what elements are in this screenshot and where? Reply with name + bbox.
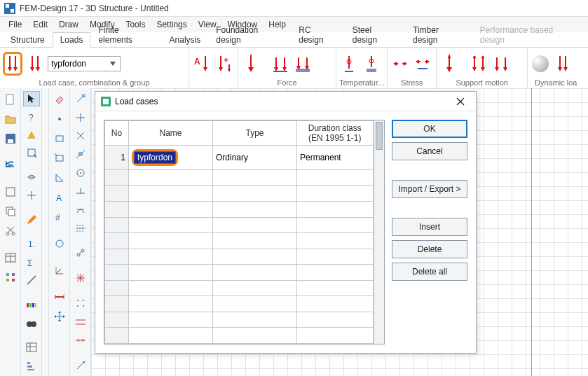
loadcase-dropdown[interactable]: typfordon	[48, 56, 121, 71]
tool-b-icon[interactable]	[23, 273, 40, 288]
col-type[interactable]: Type	[213, 121, 297, 146]
table-row[interactable]: 1 typfordon Ordinary Permanent	[105, 146, 374, 170]
grid-dots-icon[interactable]	[72, 295, 89, 311]
tab-loads[interactable]: Loads	[53, 32, 91, 48]
dim-1-icon[interactable]: 1.	[23, 237, 40, 252]
col-name[interactable]: Name	[129, 121, 213, 146]
cell-name[interactable]: typfordon	[129, 146, 213, 170]
surface-force-button[interactable]	[293, 52, 313, 76]
triangle-icon[interactable]	[23, 127, 40, 142]
tab-steel-design[interactable]: Steel design	[345, 22, 405, 48]
table2-icon[interactable]	[23, 340, 40, 356]
save-icon[interactable]	[2, 130, 19, 147]
snap2-icon[interactable]	[72, 109, 89, 125]
sigma-icon[interactable]: Σ	[23, 255, 40, 270]
point-force-button[interactable]	[241, 52, 261, 76]
snap6-icon[interactable]	[72, 183, 89, 199]
tab-rc-design[interactable]: RC design	[291, 22, 345, 48]
grid-lines-icon[interactable]	[72, 314, 89, 329]
line-motion-button[interactable]	[469, 52, 488, 76]
binoculars-icon[interactable]	[23, 315, 40, 330]
menu-draw[interactable]: Draw	[53, 18, 84, 31]
draw-rect2-icon[interactable]	[51, 150, 68, 167]
snap9-icon[interactable]	[72, 245, 89, 260]
draw-text-icon[interactable]: A	[51, 189, 68, 206]
snap-line-icon[interactable]	[23, 188, 40, 203]
help-icon[interactable]: ?	[23, 109, 40, 125]
mass-button[interactable]	[531, 52, 550, 76]
snap1-icon[interactable]	[72, 91, 89, 106]
snap4-icon[interactable]	[72, 146, 89, 162]
moving-load-a-button[interactable]: A	[192, 52, 212, 76]
cell-type[interactable]: Ordinary	[213, 146, 297, 170]
insert-button[interactable]: Insert	[392, 218, 467, 236]
delete-all-button[interactable]: Delete all	[392, 263, 467, 281]
draw-point-icon[interactable]	[51, 111, 68, 127]
open-icon[interactable]	[2, 111, 19, 127]
pointer-icon[interactable]	[23, 91, 40, 106]
grid-icon[interactable]	[2, 269, 19, 286]
dynamic-load-button[interactable]	[553, 52, 573, 76]
snap-arrow-icon[interactable]	[72, 358, 89, 373]
grid-lines2-icon[interactable]	[72, 333, 89, 348]
cancel-button[interactable]: Cancel	[392, 142, 467, 160]
table-icon[interactable]	[2, 249, 19, 266]
snap3-icon[interactable]	[72, 128, 89, 144]
tool-a-icon[interactable]	[2, 183, 19, 200]
delete-button[interactable]: Delete	[392, 240, 467, 258]
cell-name-input[interactable]: typfordon	[134, 151, 176, 164]
menu-file[interactable]: File	[3, 18, 27, 31]
eraser-icon[interactable]	[51, 91, 68, 108]
tab-performance-based-design[interactable]: Performance based design	[472, 22, 585, 48]
palette-icon[interactable]	[23, 298, 40, 313]
tab-timber-design[interactable]: Timber design	[405, 22, 472, 48]
undo-icon[interactable]	[2, 157, 19, 174]
snap7-icon[interactable]	[72, 202, 89, 217]
copy-icon[interactable]	[2, 203, 19, 220]
line-temp-button[interactable]	[339, 52, 359, 76]
draw-circle-icon[interactable]	[51, 235, 68, 252]
tab-finite-elements[interactable]: Finite elements	[90, 22, 161, 48]
snap8-icon[interactable]	[72, 220, 89, 235]
draw-angle-icon[interactable]	[51, 169, 68, 186]
dialog-titlebar[interactable]: Load cases	[95, 92, 476, 111]
line-stress-button[interactable]	[390, 52, 410, 76]
loadcases-table[interactable]: No Name Type Duration class (EN 1995 1-1…	[104, 120, 385, 344]
dim-h-icon[interactable]	[51, 288, 68, 305]
col-duration[interactable]: Duration class (EN 1995 1-1)	[297, 121, 374, 146]
move-icon[interactable]	[51, 308, 68, 325]
col-no[interactable]: No	[105, 121, 129, 146]
import-export-button[interactable]: Import / Export >	[392, 180, 467, 198]
table-scrollbar[interactable]	[374, 120, 384, 344]
snap-star-icon[interactable]	[72, 270, 89, 286]
load-combo-button[interactable]	[25, 52, 45, 76]
tab-foundation-design[interactable]: Foundation design	[208, 22, 291, 48]
svg-marker-90	[27, 215, 36, 224]
tab-analysis[interactable]: Analysis	[162, 32, 209, 48]
surface-temp-button[interactable]	[362, 52, 381, 76]
pencil-icon[interactable]	[23, 212, 40, 228]
close-icon[interactable]	[451, 94, 470, 109]
axes-icon[interactable]	[51, 262, 68, 279]
svg-marker-63	[563, 67, 568, 71]
new-icon[interactable]	[2, 91, 19, 108]
moving-load-plus-button[interactable]: +	[214, 52, 234, 76]
snap-node-icon[interactable]	[23, 169, 40, 185]
cell-no[interactable]: 1	[105, 146, 129, 170]
ok-button[interactable]: OK	[392, 120, 467, 138]
draw-hash-icon[interactable]: #	[51, 209, 68, 225]
scrollbar-thumb[interactable]	[376, 122, 383, 150]
load-cases-button[interactable]	[3, 52, 22, 76]
point-motion-button[interactable]	[439, 52, 459, 76]
draw-rect-icon[interactable]	[51, 130, 68, 147]
select-rect-icon[interactable]	[23, 145, 40, 160]
cut-icon[interactable]	[2, 223, 19, 239]
line-stress2-button[interactable]	[413, 52, 432, 76]
surface-motion-button[interactable]	[491, 52, 511, 76]
cell-duration[interactable]: Permanent	[297, 146, 374, 170]
tab-structure[interactable]: Structure	[3, 32, 53, 48]
menu-edit[interactable]: Edit	[27, 18, 53, 31]
line-force-button[interactable]	[271, 52, 290, 76]
sort-icon[interactable]	[23, 358, 40, 373]
snap5-icon[interactable]	[72, 165, 89, 180]
